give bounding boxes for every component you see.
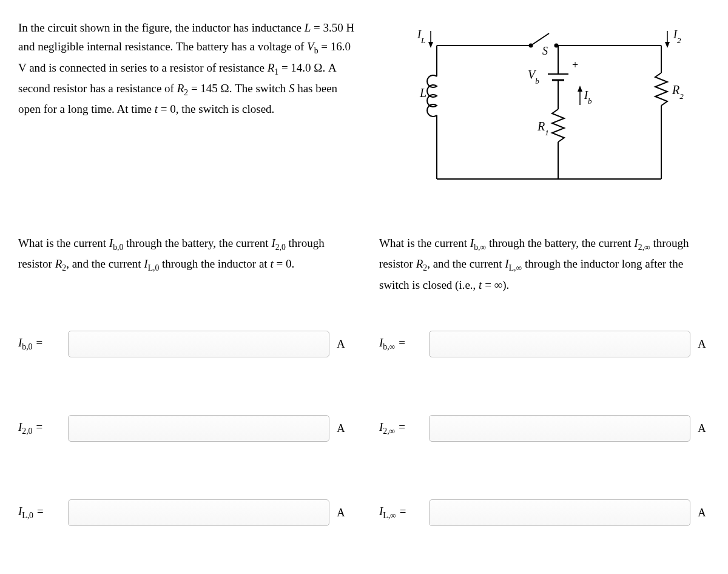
unit: A [698,422,710,435]
question-tinf: What is the current Ib,∞ through the bat… [379,234,710,294]
problem-statement: In the circuit shown in the figure, the … [18,18,358,197]
l-label: L [419,86,426,100]
svg-marker-18 [428,42,433,48]
answer-label: I2,0 = [18,420,61,436]
answer-input-i2inf[interactable] [429,415,690,442]
r2-label: R2 [672,83,684,101]
answer-input-ibinf[interactable] [429,331,690,357]
answers-left-column: Ib,0 = A I2,0 = A IL,0 = A [18,331,349,526]
answer-ilinf: IL,∞ = A [379,499,710,526]
unit: A [698,337,710,351]
unit: A [698,506,710,519]
vb-label: Vb [528,68,539,86]
il-arrow-label: IL [417,29,425,45]
switch-label: S [542,45,548,57]
answer-input-ib0[interactable] [68,331,329,357]
answer-label: IL,0 = [18,505,61,521]
answer-ib0: Ib,0 = A [18,331,349,357]
unit: A [337,337,349,351]
i2-arrow-label: I2 [673,29,681,45]
battery-plus: + [572,59,578,71]
svg-marker-15 [578,86,582,92]
answer-ibinf: Ib,∞ = A [379,331,710,357]
ib-label: Ib [584,89,592,106]
answers-right-column: Ib,∞ = A I2,∞ = A IL,∞ = A [379,331,710,526]
answer-input-il0[interactable] [68,499,329,526]
answer-i20: I2,0 = A [18,415,349,442]
svg-marker-20 [665,42,670,48]
answer-input-i20[interactable] [68,415,329,442]
answer-label: IL,∞ = [379,505,422,521]
answer-label: I2,∞ = [379,420,422,436]
svg-line-2 [531,33,549,46]
unit: A [337,506,349,519]
answer-il0: IL,0 = A [18,499,349,526]
r1-label: R1 [537,120,549,137]
answer-label: Ib,∞ = [379,336,422,352]
circuit-diagram: S R2 L + Vb [382,18,710,197]
answer-input-ilinf[interactable] [429,499,690,526]
answer-i2inf: I2,∞ = A [379,415,710,442]
answer-label: Ib,0 = [18,336,61,352]
question-t0: What is the current Ib,0 through the bat… [18,234,349,294]
unit: A [337,422,349,435]
